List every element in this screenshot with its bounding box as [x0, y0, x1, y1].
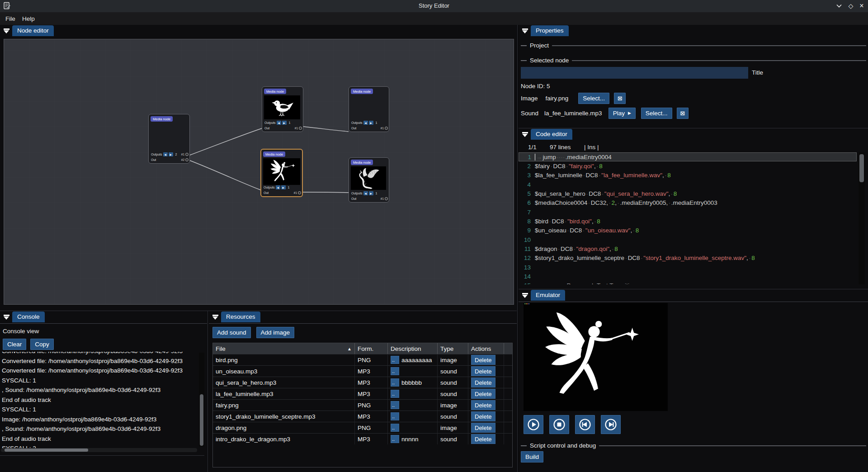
tab-emulator[interactable]: Emulator [531, 290, 565, 301]
image-select-button[interactable]: Select... [578, 93, 609, 104]
table-row[interactable]: fairy.pngPNG..imageDelete [213, 399, 512, 411]
add-image-button[interactable]: Add image [256, 327, 295, 338]
image-clear-button[interactable]: ⊠ [614, 93, 626, 104]
add-sound-button[interactable]: Add sound [212, 327, 251, 338]
menu-file[interactable]: File [3, 14, 18, 23]
edit-description-button[interactable]: .. [391, 378, 399, 387]
code-line[interactable]: 11$dragon·DC8·"dragon.qoi",·8 [519, 244, 859, 253]
code-line[interactable]: 4 [519, 180, 859, 189]
edit-description-button[interactable]: .. [391, 390, 399, 398]
tab-console[interactable]: Console [12, 312, 45, 322]
media-node-4[interactable]: Media nodeOutputs◀▶1Out#1 [349, 157, 389, 203]
tab-resources[interactable]: Resources [221, 312, 260, 322]
stop-button[interactable] [549, 415, 569, 434]
output-port-1[interactable]: #1 [294, 191, 301, 194]
output-port-1[interactable]: #1 [295, 127, 302, 130]
code-line[interactable]: 13 [519, 263, 859, 272]
outputs-decrease-button[interactable]: ◀ [363, 121, 368, 125]
outputs-decrease-button[interactable]: ◀ [277, 121, 281, 125]
edge-node-0-port-1-to-node-1[interactable] [190, 128, 262, 155]
node-canvas[interactable]: Media nodeOutputs◀▶2Out#1#2Media nodeOut… [4, 39, 514, 305]
code-line[interactable]: 6$mediaChoice0004·DC32,·2,·.mediaEntry00… [519, 198, 859, 208]
maximize-button[interactable]: ◇ [846, 2, 855, 10]
edit-description-button[interactable]: .. [391, 435, 399, 443]
table-row[interactable]: bird.pngPNG..aaaaaaaaaimageDelete [213, 354, 512, 365]
edit-description-button[interactable]: .. [391, 401, 399, 409]
code-editor-area[interactable]: 1→jump····.mediaEntry00042$fairy·DC8·"fa… [519, 152, 859, 284]
edge-node-3-port-1-to-node-4[interactable] [303, 192, 349, 193]
code-line[interactable]: 7 [519, 208, 859, 217]
table-row[interactable]: qui_sera_le_hero.mp3MP3..bbbbbbsoundDele… [213, 377, 512, 388]
step-back-button[interactable] [575, 415, 595, 434]
console-hscrollbar[interactable] [1, 448, 197, 452]
menu-help[interactable]: Help [19, 14, 38, 23]
delete-button[interactable]: Delete [471, 411, 495, 421]
outputs-decrease-button[interactable]: ◀ [163, 152, 168, 156]
collapse-icon[interactable] [3, 315, 10, 320]
edit-description-button[interactable]: .. [391, 412, 399, 420]
edge-node-1-port-1-to-node-2[interactable] [303, 127, 349, 132]
code-vscrollbar[interactable] [859, 152, 865, 284]
clear-button[interactable]: Clear [3, 339, 26, 350]
edit-description-button[interactable]: .. [391, 356, 399, 364]
outputs-increase-button[interactable]: ▶ [369, 191, 373, 195]
column-header-form[interactable]: Form. [355, 343, 388, 354]
code-line[interactable]: 8$bird·DC8·"bird.qoi",·8 [519, 217, 859, 226]
code-line[interactable]: 9$un_oiseau·DC8·"un_oiseau.wav",·8 [519, 226, 859, 235]
code-line[interactable]: 3$la_fee_luminelle·DC8·"la_fee_luminelle… [519, 171, 859, 180]
edit-description-button[interactable]: .. [391, 367, 399, 375]
console-vscrollbar[interactable] [199, 353, 204, 447]
output-port-1[interactable]: #1 [381, 127, 388, 130]
output-port-1[interactable]: #1 [381, 197, 388, 200]
outputs-increase-button[interactable]: ▶ [369, 121, 373, 125]
close-button[interactable]: × [857, 2, 866, 10]
minimize-button[interactable] [835, 2, 844, 10]
code-line[interactable]: 14 [519, 272, 859, 281]
build-button[interactable]: Build [521, 451, 543, 463]
tab-node-editor[interactable]: Node editor [12, 25, 54, 36]
collapse-icon[interactable] [522, 28, 528, 33]
delete-button[interactable]: Delete [471, 366, 495, 376]
column-header-type[interactable]: Type [438, 343, 468, 354]
sound-clear-button[interactable]: ⊠ [677, 108, 689, 119]
edge-node-0-port-2-to-node-3[interactable] [190, 160, 260, 190]
table-row[interactable]: dragon.pngPNG..imageDelete [213, 422, 512, 433]
code-line[interactable]: 10 [519, 235, 859, 244]
collapse-icon[interactable] [522, 132, 528, 137]
collapse-icon[interactable] [212, 315, 219, 320]
code-line[interactable]: 1→jump····.mediaEntry0004 [519, 152, 857, 161]
media-node-0[interactable]: Media nodeOutputs◀▶2Out#1#2 [148, 114, 190, 164]
table-row[interactable]: un_oiseau.mp3MP3..soundDelete [213, 365, 512, 377]
delete-button[interactable]: Delete [471, 400, 495, 410]
media-node-2[interactable]: Media nodeOutputs◀▶1Out#1 [349, 86, 389, 132]
table-row[interactable]: story1_drako_luminelle_sceptre.mp3MP3..s… [213, 411, 512, 422]
code-line[interactable]: 12$story1_drako_luminelle_sceptre·DC8·"s… [519, 254, 859, 263]
column-header-file[interactable]: File▲ [213, 343, 355, 354]
table-row[interactable]: intro_drako_le_dragon.mp3MP3..nnnnnsound… [213, 433, 512, 444]
delete-button[interactable]: Delete [471, 355, 495, 365]
code-line[interactable]: 15···············Paragraph Text Transiti… [519, 281, 859, 284]
media-node-3-selected[interactable]: Media nodeOutputs◀▶1Out#1 [260, 149, 303, 197]
outputs-increase-button[interactable]: ▶ [281, 185, 286, 189]
delete-button[interactable]: Delete [471, 378, 495, 387]
output-port-1[interactable]: #1 [181, 153, 189, 156]
edit-description-button[interactable]: .. [391, 424, 399, 432]
play-button[interactable] [524, 415, 543, 434]
outputs-decrease-button[interactable]: ◀ [363, 191, 368, 195]
console-log[interactable]: Convertered file: /home/anthony/ostproj/… [2, 352, 197, 452]
delete-button[interactable]: Delete [471, 434, 495, 444]
column-header-actions[interactable]: Actions [468, 343, 504, 354]
code-line[interactable]: 2$fairy·DC8·"fairy.qoi",·8 [519, 161, 859, 170]
outputs-decrease-button[interactable]: ◀ [276, 185, 280, 189]
table-row[interactable]: la_fee_luminelle.mp3MP3..soundDelete [213, 388, 512, 399]
tab-properties[interactable]: Properties [531, 25, 569, 36]
delete-button[interactable]: Delete [471, 389, 495, 399]
outputs-increase-button[interactable]: ▶ [282, 121, 287, 125]
media-node-1[interactable]: Media nodeOutputs◀▶1Out#1 [262, 86, 303, 132]
delete-button[interactable]: Delete [471, 423, 495, 433]
sound-select-button[interactable]: Select... [641, 108, 672, 119]
title-input[interactable] [521, 67, 748, 79]
step-forward-button[interactable] [601, 415, 621, 434]
outputs-increase-button[interactable]: ▶ [169, 152, 173, 156]
output-port-2[interactable]: #2 [181, 158, 189, 161]
